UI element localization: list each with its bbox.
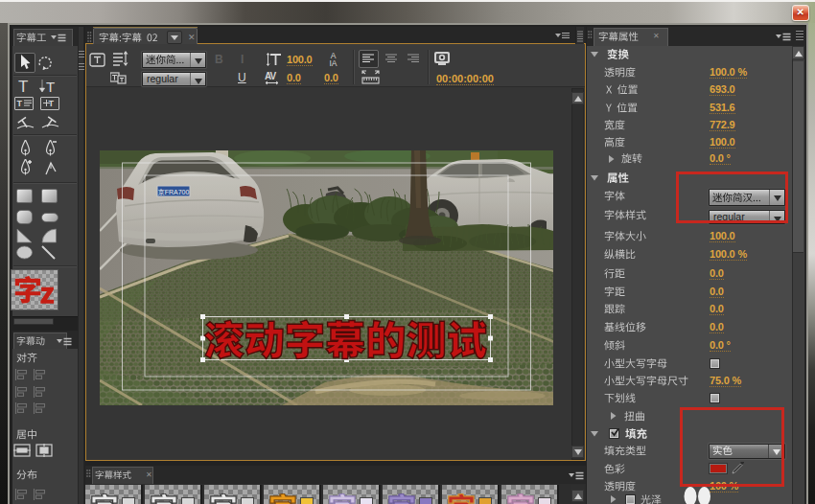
svg-text:AV: AV <box>265 71 276 81</box>
svg-text:IA: IA <box>329 58 337 67</box>
